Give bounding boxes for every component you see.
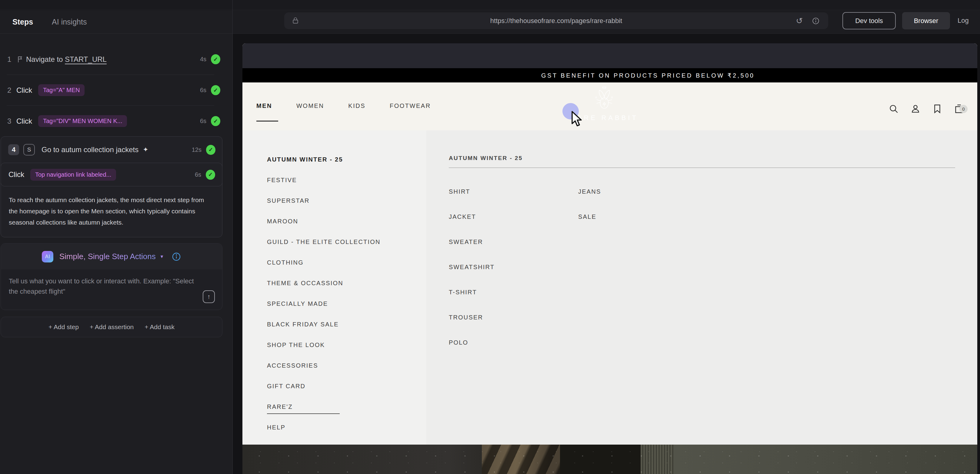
- svg-text:R: R: [595, 96, 597, 99]
- menu-item-specially-made[interactable]: SPECIALLY MADE: [242, 293, 426, 314]
- submenu-item-jacket[interactable]: JACKET: [449, 204, 495, 229]
- step-number-badge: 4: [8, 144, 19, 155]
- hero-image: [242, 445, 977, 474]
- submenu-item-sweater[interactable]: SWEATER: [449, 229, 495, 254]
- browser-viewport: GST BENEFIT ON PRODUCTS PRICED BELOW ₹2,…: [242, 43, 977, 474]
- page-top-band: [242, 43, 977, 68]
- menu-item-gift-card[interactable]: GIFT CARD: [242, 376, 426, 396]
- task-title: Go to autum collection jackets: [41, 145, 138, 154]
- ai-mode-title: Simple, Single Step Actions: [59, 252, 156, 261]
- nav-footwear[interactable]: FOOTWEAR: [390, 102, 431, 110]
- rabbit-logo-icon: R R: [590, 84, 619, 113]
- main-nav: MEN WOMEN KIDS FOOTWEAR: [256, 102, 431, 110]
- step-duration: 4s: [200, 56, 206, 63]
- submenu-item-sale[interactable]: SALE: [578, 204, 601, 229]
- menu-item-shop-the-look[interactable]: SHOP THE LOOK: [242, 335, 426, 355]
- wishlist-bookmark-icon[interactable]: [932, 103, 942, 114]
- step-row-2[interactable]: 2 Click Tag="A" MEN 6s ✓: [0, 75, 232, 105]
- mega-menu-subpanel: AUTUMN WINTER - 25 SHIRT JACKET SWEATER …: [426, 130, 977, 445]
- menu-item-superstar[interactable]: SUPERSTAR: [242, 190, 426, 211]
- app-root: Steps AI insights 1 Navigate to START_UR…: [0, 0, 980, 474]
- tab-log[interactable]: Log: [958, 11, 969, 30]
- svg-text:R: R: [611, 96, 613, 99]
- submenu-item-jeans[interactable]: JEANS: [578, 179, 601, 204]
- menu-item-clothing[interactable]: CLOTHING: [242, 252, 426, 273]
- window-top-strip: [0, 0, 980, 10]
- sidebar-tabs: Steps AI insights: [0, 11, 232, 33]
- nav-active-underline: [256, 121, 278, 121]
- mega-menu-categories: AUTUMN WINTER - 25 FESTIVE SUPERSTAR MAR…: [242, 130, 426, 445]
- start-url-link[interactable]: START_URL: [65, 55, 107, 64]
- sidebar-divider: [232, 0, 233, 474]
- step-action: Click: [8, 170, 24, 179]
- menu-item-autumn-winter[interactable]: AUTUMN WINTER - 25: [242, 149, 426, 170]
- ai-badge-icon: AI: [42, 251, 53, 262]
- shortcut-key-icon: S: [23, 144, 35, 156]
- submenu-item-polo[interactable]: POLO: [449, 330, 495, 355]
- step-row-3[interactable]: 3 Click Tag="DIV" MEN WOMEN K... 6s ✓: [0, 106, 232, 137]
- menu-item-theme-occassion[interactable]: THEME & OCCASSION: [242, 273, 426, 293]
- step-number: 2: [7, 86, 16, 95]
- ai-sparkle-icon: ✦: [143, 146, 148, 154]
- page-info-icon[interactable]: [812, 17, 820, 25]
- submenu-item-trouser[interactable]: TROUSER: [449, 305, 495, 330]
- dev-tools-button[interactable]: Dev tools: [842, 12, 896, 29]
- step-action: Navigate to START_URL: [26, 55, 107, 64]
- steps-sidebar: Steps AI insights 1 Navigate to START_UR…: [0, 11, 232, 474]
- step-action: Click: [16, 117, 32, 126]
- menu-hover-underline: [267, 414, 340, 414]
- nav-men[interactable]: MEN: [256, 102, 272, 110]
- menu-item-guild[interactable]: GUILD - THE ELITE COLLECTION: [242, 232, 426, 252]
- ai-prompt-input[interactable]: [1, 269, 222, 310]
- submenu-item-sweatshirt[interactable]: SWEATSHIRT: [449, 254, 495, 280]
- info-icon[interactable]: [172, 252, 181, 262]
- menu-item-festive[interactable]: FESTIVE: [242, 170, 426, 190]
- selector-badge: Tag="DIV" MEN WOMEN K...: [38, 115, 127, 127]
- add-task-button[interactable]: + Add task: [145, 323, 175, 331]
- menu-item-help[interactable]: HELP: [242, 417, 426, 437]
- browser-toolbar: ← → https://thehouseofrare.com/pages/rar…: [233, 11, 980, 33]
- submenu-column-2: JEANS SALE: [578, 179, 601, 229]
- menu-item-accessories[interactable]: ACCESSORIES: [242, 355, 426, 376]
- submenu-item-shirt[interactable]: SHIRT: [449, 179, 495, 204]
- substep-box: Click Top navigation link labeled... 6s …: [1, 163, 223, 186]
- add-assertion-button[interactable]: + Add assertion: [90, 323, 134, 331]
- ai-panel-header[interactable]: AI Simple, Single Step Actions ▾: [1, 244, 222, 269]
- submit-prompt-button[interactable]: ↑: [203, 290, 215, 303]
- tab-browser[interactable]: Browser: [902, 12, 950, 29]
- submenu-item-tshirt[interactable]: T-SHIRT: [449, 280, 495, 305]
- url-bar-icons: ↺: [796, 13, 820, 29]
- tab-ai-insights[interactable]: AI insights: [52, 17, 87, 26]
- substep-row[interactable]: Click Top navigation link labeled... 6s …: [1, 163, 222, 186]
- flag-icon: [16, 56, 24, 64]
- step-number: 1: [7, 55, 16, 64]
- nav-women[interactable]: WOMEN: [296, 102, 324, 110]
- step-duration: 6s: [200, 87, 206, 94]
- chevron-down-icon[interactable]: ▾: [161, 253, 163, 260]
- menu-item-black-friday-sale[interactable]: BLACK FRIDAY SALE: [242, 314, 426, 335]
- ai-prompt-area: ↑: [1, 269, 222, 310]
- step-row-4[interactable]: 4 S Go to autum collection jackets ✦ 12s…: [1, 137, 222, 163]
- step-action: Click: [16, 86, 32, 95]
- cart-icon-wrap[interactable]: 0: [954, 103, 964, 114]
- tab-steps[interactable]: Steps: [13, 17, 33, 26]
- mouse-cursor-icon: [570, 110, 585, 127]
- search-icon[interactable]: [888, 103, 899, 114]
- url-bar[interactable]: https://thehouseofrare.com/pages/rare-ra…: [284, 13, 828, 29]
- refresh-icon[interactable]: ↺: [796, 16, 803, 26]
- success-check-icon: ✓: [211, 54, 220, 64]
- mega-menu: AUTUMN WINTER - 25 FESTIVE SUPERSTAR MAR…: [242, 130, 977, 445]
- submenu-column-1: SHIRT JACKET SWEATER SWEATSHIRT T-SHIRT …: [449, 179, 495, 355]
- url-text[interactable]: https://thehouseofrare.com/pages/rare-ra…: [284, 13, 828, 29]
- announcement-banner: GST BENEFIT ON PRODUCTS PRICED BELOW ₹2,…: [242, 68, 977, 83]
- nav-kids[interactable]: KIDS: [348, 102, 366, 110]
- step-group-4: 4 S Go to autum collection jackets ✦ 12s…: [1, 137, 223, 237]
- add-step-button[interactable]: + Add step: [48, 323, 79, 331]
- step-row-1[interactable]: 1 Navigate to START_URL 4s ✓: [0, 44, 232, 75]
- menu-item-maroon[interactable]: MAROON: [242, 211, 426, 232]
- ai-reasoning-note: To reach the autumn collection jackets, …: [1, 186, 222, 237]
- menu-item-rarez[interactable]: RARE'Z: [242, 396, 426, 417]
- account-icon[interactable]: [910, 103, 921, 114]
- step-duration: 6s: [195, 171, 201, 178]
- submenu-heading: AUTUMN WINTER - 25: [449, 155, 523, 162]
